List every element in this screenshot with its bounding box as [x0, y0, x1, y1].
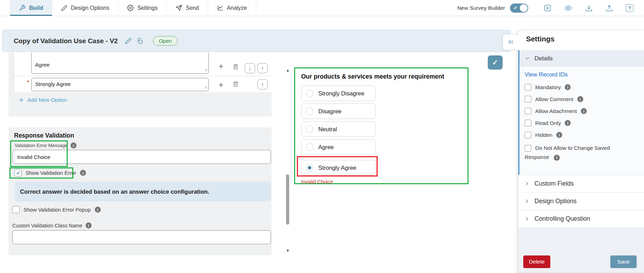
response-validation-section: Response Validation Validation Error Mes…: [8, 127, 272, 255]
info-icon[interactable]: i: [581, 108, 587, 114]
preview-option-neutral[interactable]: Neutral: [301, 121, 376, 137]
move-option-up-button[interactable]: ↑: [257, 63, 268, 73]
scrollbar-thumb[interactable]: [286, 174, 289, 225]
edit-title-pencil-icon[interactable]: [125, 38, 132, 44]
custom-validation-class-input[interactable]: [12, 230, 271, 244]
move-option-up-button[interactable]: ↑: [257, 79, 268, 89]
option-label: Strongly Agree: [318, 165, 356, 171]
show-validation-error-popup-checkbox[interactable]: [12, 206, 20, 213]
chevron-right-icon: [524, 216, 530, 221]
info-icon[interactable]: i: [86, 222, 92, 228]
required-asterisk: *: [27, 79, 29, 85]
survey-title: Copy of Validation Use Case - V2: [14, 37, 118, 45]
option-textarea-agree[interactable]: Agree: [31, 53, 209, 74]
topbar-icon-group: ?: [544, 4, 633, 12]
validation-error-message-label: Validation Error Message: [15, 143, 68, 148]
tab-settings[interactable]: Settings: [118, 0, 166, 16]
arrow-down-icon: ↓: [248, 65, 251, 71]
delete-button[interactable]: Delete: [523, 255, 550, 268]
preview-option-strongly-agree-selected[interactable]: Strongly Agree: [301, 160, 376, 175]
info-icon[interactable]: i: [577, 96, 583, 102]
chevron-right-icon: [524, 199, 530, 204]
preview-option-strongly-disagree[interactable]: Strongly Disagree: [301, 86, 376, 101]
info-icon[interactable]: i: [95, 207, 101, 213]
tab-send[interactable]: Send: [166, 0, 207, 16]
show-validation-error-label: Show Validation Error: [26, 170, 76, 176]
info-icon[interactable]: i: [71, 142, 77, 148]
new-survey-builder-toggle[interactable]: ✓: [510, 4, 528, 13]
topbar-actions: New Survey Builder ✓ ?: [457, 0, 644, 16]
mandatory-checkbox[interactable]: [525, 84, 531, 91]
delete-option-icon[interactable]: [233, 81, 239, 87]
radio-icon: [306, 107, 313, 115]
validation-error-message-label-row: Validation Error Message i: [15, 142, 77, 148]
add-new-option-label: Add New Option: [27, 97, 67, 103]
custom-fields-accordion[interactable]: Custom Fields: [518, 175, 644, 192]
preview-option-disagree[interactable]: Disagree: [301, 104, 376, 119]
download-icon[interactable]: [585, 4, 593, 12]
survey-title-bar: Copy of Validation Use Case - V2 Open: [2, 30, 511, 52]
info-icon[interactable]: i: [554, 155, 560, 161]
allow-attachment-checkbox[interactable]: [525, 108, 531, 114]
do-not-allow-change-checkbox[interactable]: [525, 145, 531, 152]
custom-validation-class-label: Custom Validation Class Name: [12, 223, 82, 228]
do-not-allow-change-label: Do Not Allow to Change Saved Response: [525, 145, 610, 160]
details-section: Details View Record IDs Mandatory i Allo…: [518, 50, 644, 175]
confirm-question-button[interactable]: ✓: [488, 55, 503, 69]
tab-analyze[interactable]: Analyze: [208, 0, 256, 16]
collapse-panel-icon: [508, 39, 513, 45]
upload-icon[interactable]: [605, 4, 613, 12]
move-option-down-button[interactable]: ↓: [245, 63, 255, 73]
scroll-down-icon[interactable]: ▼: [285, 248, 291, 253]
check-icon: ✓: [513, 5, 518, 11]
info-icon[interactable]: i: [565, 84, 571, 90]
copy-survey-icon[interactable]: [137, 38, 143, 44]
add-new-option-button[interactable]: + Add New Option: [19, 96, 67, 104]
option-textarea-strongly-agree[interactable]: Strongly Agree: [31, 78, 209, 91]
add-option-row-icon[interactable]: +: [219, 62, 223, 71]
scroll-up-icon[interactable]: ▲: [285, 68, 291, 72]
view-record-ids-link[interactable]: View Record IDs: [525, 71, 568, 78]
custom-validation-class-label-row: Custom Validation Class Name i: [12, 222, 92, 228]
editor-scrollbar[interactable]: ▲ ▼: [285, 56, 291, 255]
validation-error-message-input[interactable]: [13, 150, 271, 164]
read-only-checkbox[interactable]: [525, 120, 531, 126]
question-preview: Our products & services meets your requi…: [294, 67, 469, 184]
preview-eye-icon[interactable]: [564, 4, 572, 12]
resize-handle-icon[interactable]: [205, 66, 208, 73]
hidden-checkbox[interactable]: [525, 132, 531, 138]
hidden-row: Hidden i: [525, 132, 631, 138]
show-validation-error-row: ✓ Show Validation Error i: [14, 169, 86, 177]
option-value: Agree: [32, 53, 208, 68]
settings-panel-title: Settings: [526, 35, 555, 43]
add-question-icon[interactable]: [544, 4, 551, 12]
save-button[interactable]: Save: [610, 255, 637, 268]
collapse-settings-panel-button[interactable]: [503, 34, 518, 50]
add-option-row-icon[interactable]: +: [219, 81, 223, 89]
info-icon[interactable]: i: [556, 132, 562, 138]
tab-design-options[interactable]: Design Options: [52, 0, 118, 16]
details-accordion-header[interactable]: Details: [519, 50, 644, 67]
delete-option-icon[interactable]: [233, 64, 239, 70]
preview-question-text: Our products & services meets your requi…: [301, 73, 444, 80]
allow-comment-checkbox[interactable]: [525, 96, 531, 102]
preview-option-agree[interactable]: Agree: [301, 139, 376, 155]
option-row: Strongly Agree: [31, 78, 209, 93]
resize-handle-icon[interactable]: [204, 84, 207, 90]
top-navigation-bar: Build Design Options Settings Send Analy…: [0, 0, 644, 16]
do-not-allow-change-row: Do Not Allow to Change Saved Response i: [525, 144, 631, 162]
info-icon[interactable]: i: [565, 120, 571, 126]
option-label: Disagree: [318, 108, 341, 115]
info-icon[interactable]: i: [80, 170, 86, 176]
toggle-knob: [520, 4, 527, 12]
tab-label: Design Options: [71, 5, 109, 11]
show-validation-error-checkbox[interactable]: ✓: [14, 169, 22, 177]
settings-panel-footer: Delete Save: [518, 227, 644, 273]
tab-label: Analyze: [227, 5, 247, 11]
details-body: View Record IDs Mandatory i Allow Commen…: [519, 67, 644, 175]
design-options-accordion[interactable]: Design Options: [518, 192, 644, 210]
nav-tabs: Build Design Options Settings Send Analy…: [10, 0, 256, 16]
controlling-question-accordion[interactable]: Controlling Question: [518, 210, 644, 227]
help-icon[interactable]: ?: [626, 4, 633, 12]
tab-build[interactable]: Build: [10, 0, 52, 16]
